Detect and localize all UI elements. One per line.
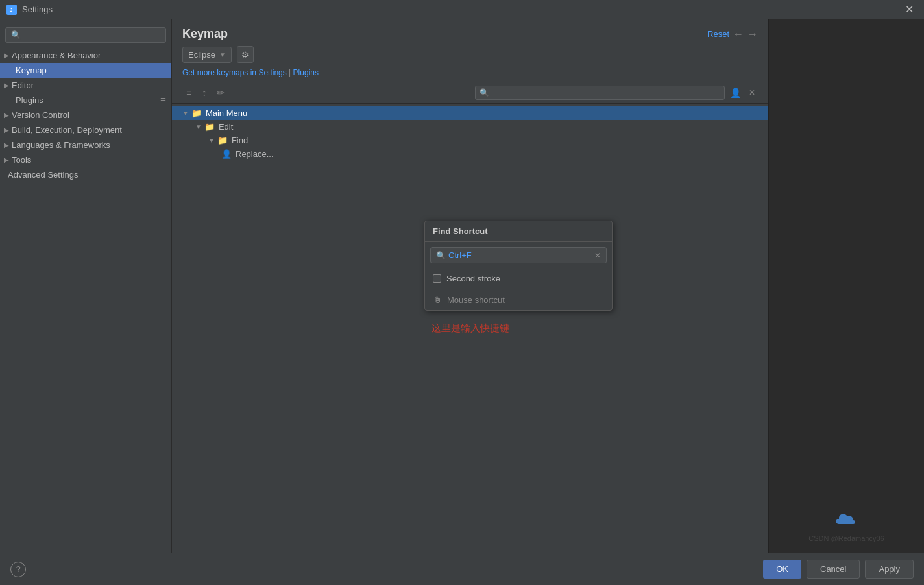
sidebar-item-label: Version Control [12,110,69,120]
second-stroke-label: Second stroke [446,274,500,283]
reset-button[interactable]: Reset ← → [707,29,758,40]
keymap-sub-row: Eclipse ▼ ⚙ [172,41,768,68]
find-shortcut-input-wrapper: 🔍 ✕ [430,247,607,263]
keymap-header: Keymap Reset ← → [172,19,768,41]
find-shortcut-button[interactable]: 👤 [727,86,744,99]
clear-search-button[interactable]: ✕ [746,87,758,99]
tree-item-find[interactable]: ▼ 📁 Find [172,134,768,147]
sidebar-item-label: Advanced Settings [8,170,166,180]
person-icon: 👤 [730,88,741,98]
sidebar-item-label: Tools [12,155,166,165]
keymap-links: Get more keymaps in Settings | Plugins [172,68,768,82]
app-icon: J [6,5,17,15]
chevron-right-icon: ▶ [4,82,9,89]
plugins-link[interactable]: Plugins [293,68,319,77]
chevron-down-icon: ▼ [182,110,189,117]
plugins-badge: ☰ [160,97,166,104]
tree-item-main-menu[interactable]: ▼ 📁 Main Menu [172,106,768,120]
chevron-right-icon: ▶ [4,141,9,149]
keymap-dropdown-value: Eclipse [188,50,215,60]
gear-icon: ⚙ [241,50,249,60]
bottom-bar: ? OK Cancel Apply [0,553,924,585]
toolbar: ≡ ↕ ✏ 🔍 👤 ✕ [172,82,768,104]
hint-text: 这里是输入快捷键 [432,322,509,335]
chevron-right-icon: ▶ [4,112,9,119]
mouse-icon: 🖱 [433,294,442,305]
sidebar-item-tools[interactable]: ▶ Tools [0,152,171,167]
folder-icon: 📁 [204,122,215,132]
mouse-shortcut-row: 🖱 Mouse shortcut [425,289,612,310]
sidebar-search-input[interactable] [5,27,166,43]
keymap-search-input[interactable] [492,88,720,97]
chevron-right-icon: ▶ [4,126,9,134]
folder-icon: 📁 [191,108,202,118]
second-stroke-checkbox[interactable] [433,274,441,283]
sidebar-item-version-control[interactable]: ▶ Version Control ☰ [0,108,171,123]
arrow-left-icon: ← [733,29,744,40]
toolbar-btn-2[interactable]: ↕ [198,85,210,101]
version-control-badge: ☰ [160,112,166,119]
chevron-down-icon: ▼ [208,137,215,144]
svg-text:J: J [10,7,12,13]
sidebar-item-keymap[interactable]: Keymap [0,63,171,78]
search-icon: 🔍 [436,251,446,260]
cancel-button[interactable]: Cancel [807,560,860,579]
find-shortcut-title: Find Shortcut [425,221,612,242]
sidebar-item-build[interactable]: ▶ Build, Execution, Deployment [0,123,171,137]
content-area: Keymap Reset ← → Eclipse ▼ ⚙ Get more ke… [172,19,768,553]
title-bar: J Settings ✕ [0,0,924,19]
folder-icon: 📁 [217,136,228,145]
apply-button[interactable]: Apply [865,560,914,579]
chevron-down-icon: ▼ [219,51,226,58]
sidebar-item-label: Keymap [16,66,166,75]
action-icon: 👤 [221,149,232,159]
window-title: Settings [22,5,901,14]
toolbar-btn-1[interactable]: ≡ [182,85,195,101]
cloud-icon [834,510,860,529]
keymap-title: Keymap [182,27,228,41]
sidebar-item-appearance[interactable]: ▶ Appearance & Behavior [0,48,171,63]
sidebar-item-plugins[interactable]: Plugins ☰ [0,93,171,108]
sidebar-item-label: Plugins [16,95,160,105]
find-shortcut-input[interactable] [448,250,592,260]
toolbar-btn-3[interactable]: ✏ [213,85,228,101]
sidebar: ▶ Appearance & Behavior Keymap ▶ Editor … [0,19,172,553]
find-shortcut-panel: Find Shortcut 🔍 ✕ Second stroke 🖱 Mouse … [424,221,613,311]
bottom-buttons: OK Cancel Apply [763,560,914,579]
tree-item-label: Find [232,136,248,145]
chevron-down-icon: ▼ [195,123,202,130]
chevron-right-icon: ▶ [4,156,9,163]
right-panel: CSDN @Redamancy06 [768,19,924,553]
get-keymaps-link[interactable]: Get more keymaps in Settings [182,68,287,77]
tree-item-label: Main Menu [206,108,247,118]
sidebar-item-advanced[interactable]: Advanced Settings [0,167,171,182]
sidebar-item-editor[interactable]: ▶ Editor [0,78,171,93]
chevron-right-icon: ▶ [4,52,9,59]
main-layout: ▶ Appearance & Behavior Keymap ▶ Editor … [0,19,924,553]
tree-item-edit[interactable]: ▼ 📁 Edit [172,120,768,134]
watermark-text: CSDN @Redamancy06 [808,534,884,542]
find-shortcut-clear-button[interactable]: ✕ [594,251,601,260]
gear-button[interactable]: ⚙ [237,46,254,63]
tree-item-replace[interactable]: 👤 Replace... [172,147,768,161]
sidebar-item-languages[interactable]: ▶ Languages & Frameworks [0,137,171,152]
keymap-dropdown[interactable]: Eclipse ▼ [182,47,232,63]
tree-item-label: Replace... [236,149,274,159]
help-button[interactable]: ? [10,562,26,577]
arrow-right-icon: → [748,29,758,40]
sidebar-item-label: Build, Execution, Deployment [12,125,166,135]
tree-item-label: Edit [219,122,233,132]
close-button[interactable]: ✕ [901,2,918,17]
sidebar-item-label: Languages & Frameworks [12,140,166,150]
mouse-shortcut-label: Mouse shortcut [447,295,505,305]
search-wrapper: 🔍 [475,86,725,100]
search-icon: 🔍 [480,88,489,97]
tree-area: ▼ 📁 Main Menu ▼ 📁 Edit ▼ 📁 Find 👤 Replac… [172,104,768,553]
sidebar-item-label: Editor [12,80,166,90]
sidebar-item-label: Appearance & Behavior [12,51,166,60]
second-stroke-row: Second stroke [425,269,612,289]
ok-button[interactable]: OK [763,560,801,579]
